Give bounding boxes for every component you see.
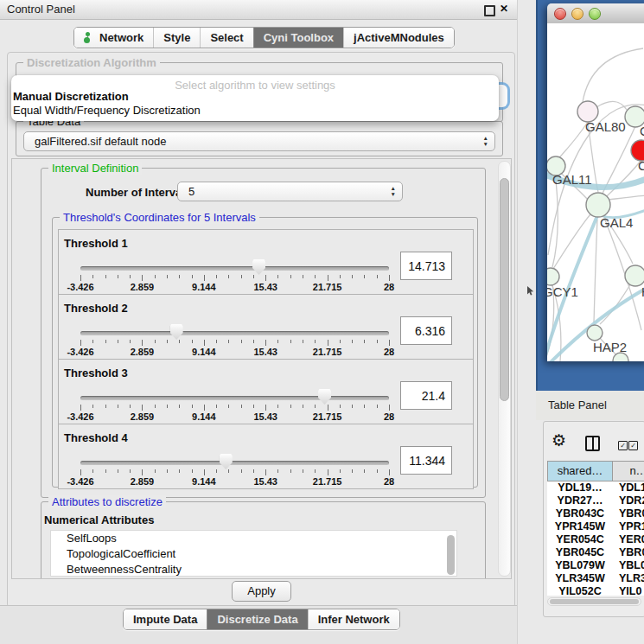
slider-tick xyxy=(105,469,106,473)
attributes-group-title: Attributes to discretize xyxy=(48,495,166,508)
table-row[interactable]: YBL079WYBL0 xyxy=(547,559,644,572)
network-node[interactable] xyxy=(625,265,644,286)
slider-tick xyxy=(80,469,81,475)
slider-tick xyxy=(105,275,106,278)
slider-tick xyxy=(192,469,193,473)
slider-tick xyxy=(130,340,131,343)
table-cell: YDR27… xyxy=(547,494,613,507)
apply-button[interactable]: Apply xyxy=(232,581,291,602)
select-none-checkbox-icon[interactable]: ✓ xyxy=(628,441,638,450)
tab-select[interactable]: Select xyxy=(200,28,252,48)
attribute-list-item[interactable]: BetweennessCentrality xyxy=(51,562,456,577)
table-row[interactable]: YDR27…YDR2 xyxy=(547,494,644,507)
table-row[interactable]: YDL19…YDL1 xyxy=(547,481,644,494)
scrollbar-thumb[interactable] xyxy=(500,178,509,401)
slider-tick xyxy=(179,469,180,473)
slider-tick xyxy=(290,469,291,473)
slider-tick xyxy=(265,275,266,281)
tab-style[interactable]: Style xyxy=(153,28,200,48)
slider-track[interactable] xyxy=(80,266,389,271)
numerical-attributes-list[interactable]: SelfLoopsTopologicalCoefficientBetweenne… xyxy=(50,530,457,577)
tab-impute-data[interactable]: Impute Data xyxy=(124,609,207,629)
tab-network[interactable]: Network xyxy=(74,28,153,48)
table-data-combobox[interactable]: galFiltered.sif default node ▲▼ xyxy=(23,131,495,151)
table-hscrollbar-thumb[interactable] xyxy=(550,599,639,604)
table-cell: YBL079W xyxy=(547,559,613,572)
network-node[interactable] xyxy=(587,325,603,341)
slider-track[interactable] xyxy=(80,331,389,335)
combo-stepper-icon[interactable]: ▲▼ xyxy=(483,135,488,147)
network-node[interactable] xyxy=(547,268,559,285)
threshold-value-field[interactable]: 21.4 xyxy=(400,381,452,410)
threshold-rows: Threshold 1-3.4262.8599.14415.4321.71528… xyxy=(58,229,474,489)
slider-tick xyxy=(130,469,131,473)
slider-tick xyxy=(364,469,365,473)
slider-scale-label: 2.859 xyxy=(131,476,155,487)
attribute-list-item[interactable]: TopologicalCoefficient xyxy=(51,546,456,562)
algorithm-option[interactable]: Manual Discretization xyxy=(13,90,129,103)
threshold-slider[interactable]: -3.4262.8599.14415.4321.71528 xyxy=(80,424,389,488)
node-label: GAL80 xyxy=(585,119,626,134)
combo-stepper-icon[interactable]: ▲▼ xyxy=(391,185,396,197)
list-scrollbar[interactable] xyxy=(447,535,455,575)
zoom-traffic-light-icon[interactable] xyxy=(589,8,601,20)
main-tabs: NetworkStyleSelectCyni ToolboxjActiveMNo… xyxy=(73,27,455,48)
select-all-checkbox-icon[interactable]: ✓ xyxy=(618,441,628,450)
settings-scrollbar[interactable] xyxy=(498,161,511,577)
network-window[interactable]: GAL80GACGAL11GAL4GCY1HHAP2 xyxy=(547,3,644,361)
network-canvas[interactable]: GAL80GACGAL11GAL4GCY1HHAP2 xyxy=(547,23,644,361)
table-row[interactable]: YIL052CYIL0 xyxy=(547,585,644,596)
close-traffic-light-icon[interactable] xyxy=(554,8,566,20)
slider-tick xyxy=(167,340,168,343)
tab-discretize-data[interactable]: Discretize Data xyxy=(207,609,307,629)
slider-track[interactable] xyxy=(80,461,389,465)
slider-handle[interactable] xyxy=(318,389,331,405)
network-window-titlebar[interactable] xyxy=(547,3,644,24)
network-node[interactable] xyxy=(586,193,610,217)
table-row[interactable]: YBR045CYBR0 xyxy=(547,546,644,559)
tab-jactivemnodules[interactable]: jActiveMNodules xyxy=(343,28,454,48)
minimize-traffic-light-icon[interactable] xyxy=(571,8,583,20)
algorithm-option[interactable]: Equal Width/Frequency Discretization xyxy=(13,104,201,117)
slider-track[interactable] xyxy=(80,396,389,400)
slider-tick xyxy=(389,275,390,281)
table-row[interactable]: YER054CYER0 xyxy=(547,533,644,546)
column-header[interactable]: n… xyxy=(613,461,644,481)
slider-tick xyxy=(228,340,229,343)
slider-tick xyxy=(118,469,118,473)
columns-icon[interactable] xyxy=(585,436,600,451)
tab-infer-network[interactable]: Infer Network xyxy=(308,609,399,629)
slider-tick xyxy=(118,405,118,408)
table-panel: ⚙ ✓ ✓ shared…n… YDL19…YDL1YDR27…YDR2YBR0… xyxy=(543,421,644,617)
slider-handle[interactable] xyxy=(220,454,233,469)
slider-tick xyxy=(142,340,143,346)
threshold-slider[interactable]: -3.4262.8599.14415.4321.71528 xyxy=(80,230,389,294)
table-data-value: galFiltered.sif default node xyxy=(35,132,166,150)
slider-handle[interactable] xyxy=(252,259,265,275)
number-of-intervals-combobox[interactable]: 5 ▲▼ xyxy=(177,182,403,201)
threshold-value-field[interactable]: 14.713 xyxy=(400,252,452,280)
slider-tick xyxy=(277,469,278,473)
slider-tick xyxy=(142,275,143,281)
slider-handle[interactable] xyxy=(170,324,183,340)
gear-icon[interactable]: ⚙ xyxy=(552,430,566,450)
table-hscrollbar[interactable] xyxy=(547,597,641,606)
table-cell: YBR0 xyxy=(613,546,644,559)
attribute-list-item[interactable]: SelfLoops xyxy=(51,531,456,546)
column-header[interactable]: shared… xyxy=(547,461,613,481)
threshold-slider[interactable]: -3.4262.8599.14415.4321.71528 xyxy=(80,295,389,359)
threshold-value-field[interactable]: 11.344 xyxy=(400,446,452,475)
threshold-row: Threshold 3-3.4262.8599.14415.4321.71528… xyxy=(59,360,473,424)
table-row[interactable]: YBR043CYBR0 xyxy=(547,507,644,520)
table-row[interactable]: YPR145WYPR1 xyxy=(547,520,644,533)
threshold-slider[interactable]: -3.4262.8599.14415.4321.71528 xyxy=(80,360,389,424)
slider-tick xyxy=(179,275,180,278)
threshold-value-field[interactable]: 6.316 xyxy=(400,316,452,345)
table-cell: YER054C xyxy=(547,533,613,546)
tab-cyni-toolbox[interactable]: Cyni Toolbox xyxy=(253,28,343,48)
slider-scale-label: 28 xyxy=(384,476,394,487)
tab-label: Cyni Toolbox xyxy=(264,31,334,44)
table-row[interactable]: YLR345WYLR3 xyxy=(547,572,644,585)
close-icon[interactable]: ✕ xyxy=(500,3,508,15)
float-window-icon[interactable] xyxy=(484,5,495,16)
